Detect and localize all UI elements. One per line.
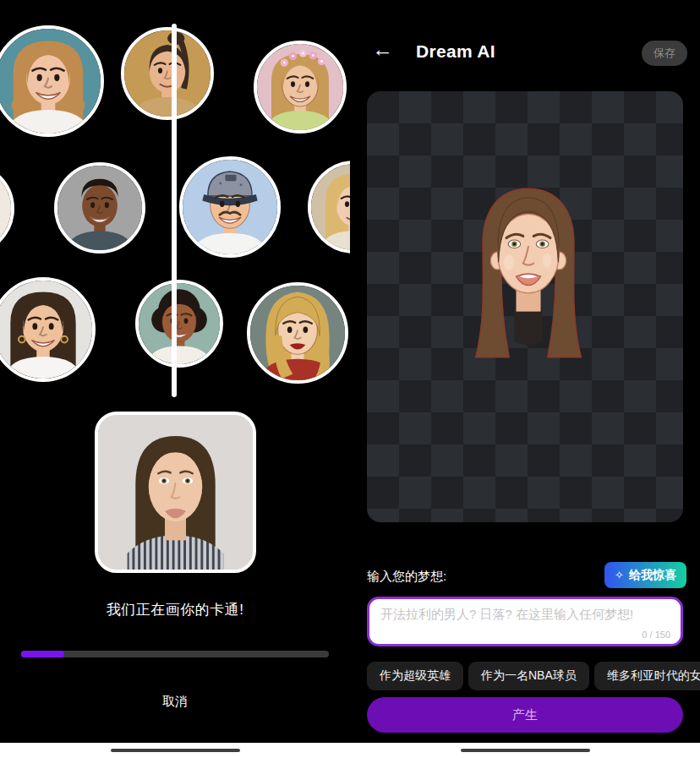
avatar-woman-long-dark-hair: [0, 277, 96, 382]
cartoon-progress-panel: 我们正在画你的卡通! 取消: [0, 0, 350, 743]
generated-cartoon-face: [458, 184, 599, 362]
progress-bar: [21, 651, 329, 657]
generate-button[interactable]: 产生: [367, 697, 683, 733]
dream-ai-panel: ← Dream AI 保存: [350, 0, 700, 743]
bottom-gesture-strip: [0, 743, 700, 758]
user-source-photo: [95, 412, 256, 573]
back-arrow-icon[interactable]: ←: [372, 39, 393, 60]
avatar-partial-right-edge: [308, 161, 350, 254]
surprise-me-button[interactable]: ✧ 给我惊喜: [604, 562, 686, 588]
user-portrait-image: [98, 415, 253, 570]
save-button[interactable]: 保存: [642, 41, 687, 66]
avatar-cartoon-man-flat-cap: [179, 156, 281, 258]
dream-input-box: 0 / 150: [367, 597, 683, 646]
progress-fill: [21, 651, 64, 657]
suggestion-chips-row: 作为超级英雄 作为一名NBA球员 维多利亚时代的女: [367, 662, 700, 690]
avatar-partial-left-edge: [0, 162, 14, 255]
dream-prompt-label: 输入您的梦想:: [367, 569, 446, 585]
character-counter: 0 / 150: [642, 630, 670, 640]
surprise-me-label: 给我惊喜: [629, 568, 676, 583]
avatar-cartoon-woman-afro: [135, 280, 223, 368]
avatar-smiling-man: [54, 162, 145, 254]
drawing-status-text: 我们正在画你的卡通!: [0, 600, 350, 619]
app-screen: 我们正在画你的卡通! 取消 ← Dream AI 保存: [0, 0, 700, 758]
avatar-woman-wavy-hair: [0, 25, 104, 137]
chip-nba-player[interactable]: 作为一名NBA球员: [468, 662, 589, 690]
chip-superhero[interactable]: 作为超级英雄: [367, 662, 463, 690]
home-indicator-right[interactable]: [461, 749, 590, 752]
avatar-cartoon-woman-hijab: [247, 282, 348, 384]
cancel-button[interactable]: 取消: [0, 694, 350, 710]
sparkle-diamond-icon: ✧: [615, 569, 624, 581]
avatar-cartoon-woman-flowers: [254, 41, 347, 134]
home-indicator-left[interactable]: [111, 749, 240, 752]
vertical-divider-line: [172, 24, 177, 397]
page-title: Dream AI: [416, 41, 495, 62]
dream-text-input[interactable]: [369, 599, 681, 644]
chip-victorian-era[interactable]: 维多利亚时代的女: [594, 662, 700, 690]
avatar-woman-high-ponytail: [121, 27, 214, 120]
transparent-canvas: [367, 91, 683, 522]
